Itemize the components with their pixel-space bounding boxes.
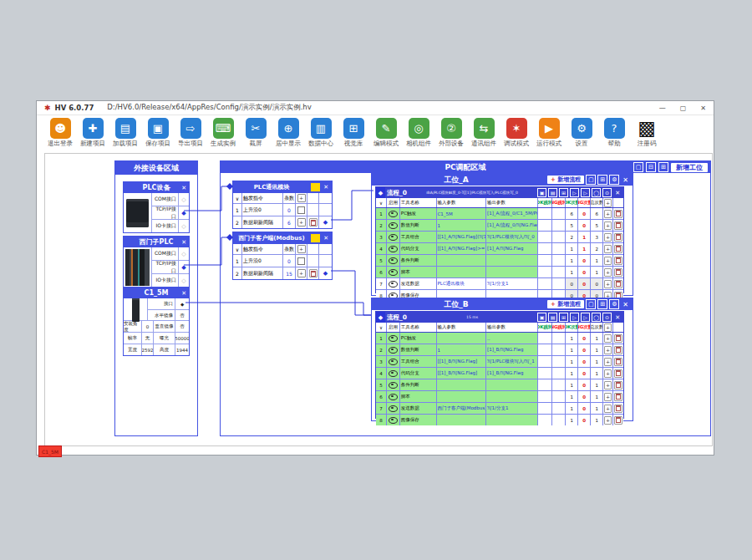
trash-icon[interactable] (614, 393, 622, 401)
table-row[interactable]: 2 数据刷新间隔 6 + ◆ (233, 216, 332, 228)
trash-icon[interactable] (614, 416, 622, 425)
close-icon[interactable]: ✕ (613, 314, 622, 321)
eye-icon[interactable] (389, 281, 398, 288)
table-row[interactable]: 7发送数据PLC通讯模块写1/分支1000+ (376, 278, 623, 290)
settings-icon[interactable]: ⚙ (572, 118, 592, 139)
add-icon[interactable]: + (604, 405, 612, 413)
tile-horizontal-icon[interactable]: ⊟ (646, 162, 656, 172)
load-project-icon[interactable]: ▤ (115, 118, 136, 139)
add-flow-button[interactable]: + 新增流程 (547, 176, 584, 184)
add-icon[interactable]: + (604, 334, 612, 343)
eye-icon[interactable] (389, 211, 398, 217)
add-station-button[interactable]: 新增工位 (671, 163, 708, 172)
edit-mode-icon[interactable]: ✎ (376, 118, 397, 139)
table-row[interactable]: 2 数据刷新间隔 15 + ◆ (233, 267, 332, 279)
eye-icon[interactable] (389, 347, 398, 354)
flow-icon-list[interactable]: ▤ (548, 188, 557, 197)
comm-module-plc[interactable]: PLC通讯模块 ✕ ∨ 触发指令 条数 + 1 上升沿0 0 2 数据刷新间隔 … (232, 181, 333, 229)
flow-icon-stop[interactable]: ◯ (592, 313, 601, 322)
eye-icon[interactable] (389, 269, 398, 276)
table-row[interactable]: 1 上升沿0 0 (233, 204, 332, 216)
trash-icon[interactable] (614, 280, 622, 288)
port-connector-icon[interactable]: ◆ (175, 298, 189, 309)
flow-icon-loop[interactable]: ⊙ (602, 188, 612, 197)
minimize-button[interactable]: — (659, 104, 666, 112)
eye-icon[interactable] (389, 257, 398, 264)
output-connector-icon[interactable]: ◆ (323, 270, 328, 277)
toolbar-item-screenshot[interactable]: ✂截屏 (241, 118, 271, 153)
table-row[interactable]: 1PC触发C1_5M[1]_A/流程_0/C1_5M/PC触发_606+ (376, 208, 623, 220)
toolbar-item-logout[interactable]: ☻退出登录 (45, 118, 75, 153)
toolbar-item-vision-library[interactable]: ⊞视觉库 (338, 118, 368, 153)
toolbar-item-settings[interactable]: ⚙设置 (567, 118, 597, 153)
add-icon[interactable]: + (604, 369, 612, 378)
close-button[interactable]: ✕ (700, 104, 706, 112)
add-icon[interactable]: + (604, 257, 612, 265)
flow-icon-run-once[interactable]: ▷ (570, 313, 579, 322)
trash-icon[interactable] (614, 233, 622, 242)
add-icon[interactable]: + (604, 280, 612, 288)
add-icon[interactable]: + (604, 268, 612, 277)
table-row[interactable]: 8图像保存101+ (376, 415, 623, 425)
table-row[interactable]: 3工具组合[[1]_B/写NG.Flag]写1/PLC模块写入/写_1101+ (376, 356, 623, 368)
add-icon[interactable]: + (604, 245, 612, 253)
flow-input-connector-icon[interactable]: ◆ (376, 312, 385, 323)
trash-icon[interactable] (614, 221, 622, 230)
table-row[interactable]: 2数值判断1[1]_A/流程_0/写NG.Flag505+ (376, 220, 623, 232)
toolbar-item-external-device[interactable]: ②外部设备 (436, 118, 466, 153)
help-icon[interactable]: ? (604, 118, 625, 139)
toolbar-item-help[interactable]: ?帮助 (599, 118, 629, 153)
port-connector-icon[interactable]: ◇ (178, 274, 189, 287)
add-tool-icon[interactable]: + (604, 199, 612, 207)
trash-icon[interactable] (614, 358, 622, 366)
eye-icon[interactable] (389, 246, 398, 252)
flow-icon-snapshot[interactable]: ▣ (537, 188, 546, 197)
trash-icon[interactable] (614, 405, 622, 413)
trash-icon[interactable] (614, 210, 622, 218)
gear-icon[interactable]: ⚙ (609, 299, 619, 309)
table-row[interactable]: 3工具组合[[1]_A/写NG.Flag](写1/分支1)写1/PLC模块写入/… (376, 232, 623, 243)
flow-icon-grid[interactable]: ⊞ (559, 313, 568, 322)
table-row[interactable]: 6脚本101+ (376, 267, 623, 278)
toolbar-item-run-mode[interactable]: ▶运行模式 (534, 118, 564, 153)
toolbar-item-save-project[interactable]: ▣保存项目 (143, 118, 173, 153)
eye-icon[interactable] (389, 234, 398, 241)
table-row[interactable]: 6脚本101+ (376, 391, 623, 403)
layout-icon[interactable]: ⊞ (597, 299, 607, 309)
add-icon[interactable]: + (604, 358, 612, 366)
gear-icon[interactable]: ⚙ (609, 175, 619, 185)
add-icon[interactable]: + (604, 346, 612, 354)
export-project-icon[interactable]: ⇨ (180, 118, 201, 139)
flow-icon-snapshot[interactable]: ▣ (537, 313, 546, 322)
add-row-icon[interactable]: + (297, 194, 306, 202)
delete-icon[interactable] (309, 218, 318, 227)
flow-icon-stop[interactable]: ◯ (592, 188, 601, 197)
add-icon[interactable]: + (297, 269, 306, 277)
close-icon[interactable]: ✕ (181, 290, 186, 297)
close-icon[interactable]: ✕ (181, 185, 186, 191)
column-header[interactable]: ∨ (376, 323, 387, 332)
port-connector-icon[interactable]: ◇ (178, 193, 189, 206)
add-flow-button[interactable]: + 新增流程 (547, 300, 584, 308)
run-mode-icon[interactable]: ▶ (539, 118, 560, 139)
port-connector-icon[interactable]: ◇ (178, 220, 189, 232)
output-connector-icon[interactable]: ◆ (323, 219, 328, 226)
device-card-siemens-plc[interactable]: 西门子PLC ✕ COM接口◇ TCP/IP接口◆ IO卡接口◇ (123, 236, 190, 288)
generate-instance-icon[interactable]: ⌨ (213, 118, 234, 139)
table-row[interactable]: 4代码分支[[1]_A/写NG.Flag]>=1[1]_A/写NG.Flag11… (376, 243, 623, 255)
flow-icon-run[interactable]: ▷ (581, 188, 590, 197)
maximize-icon[interactable]: ▢ (586, 175, 596, 185)
trash-icon[interactable] (614, 369, 622, 378)
layout-icon[interactable]: ▢ (633, 162, 643, 172)
debug-mode-icon[interactable]: ✶ (506, 118, 527, 139)
toolbar-item-debug-mode[interactable]: ✶调试模式 (501, 118, 531, 153)
eye-icon[interactable] (389, 335, 398, 342)
toolbar-item-new-project[interactable]: ✚新建项目 (78, 118, 108, 153)
eye-icon[interactable] (389, 405, 398, 412)
toolbar-item-generate-instance[interactable]: ⌨生成实例 (208, 118, 238, 153)
table-row[interactable]: 7发送数据西门子客户端(Modbus)写1/分支1101+ (376, 403, 623, 415)
port-connector-icon[interactable]: ◆ (178, 261, 189, 273)
flow-icon-loop[interactable]: ⊙ (602, 313, 612, 322)
close-icon[interactable]: ✕ (621, 301, 630, 308)
add-icon[interactable]: + (604, 221, 612, 230)
